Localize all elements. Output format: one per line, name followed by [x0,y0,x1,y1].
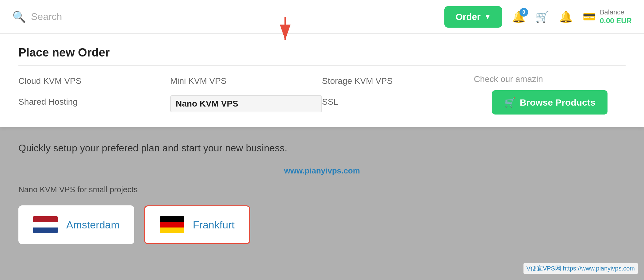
menu-ssl[interactable]: SSL [322,95,474,109]
balance-label: Balance [600,8,632,16]
check-amazing-text: Check our amazin [474,74,543,84]
search-area: 🔍 Search [12,10,444,23]
location-card-amsterdam[interactable]: Amsterdam [18,205,134,244]
main-content: Quickly setup your prefered plan and sta… [0,127,644,280]
notification-badge: 0 [519,8,528,17]
search-icon: 🔍 [12,10,26,23]
tagline: Quickly setup your prefered plan and sta… [18,142,626,154]
flag-stripe-3 [160,228,184,233]
flag-stripe-2 [160,222,184,228]
search-placeholder: Search [31,11,62,22]
menu-shared-hosting[interactable]: Shared Hosting [18,95,170,109]
menu-cloud-kvm-vps[interactable]: Cloud KVM VPS [18,74,170,88]
city-frankfurt: Frankfurt [193,219,235,231]
dropdown-title: Place new Order [18,46,626,66]
flag-stripe-2 [33,222,58,228]
dropdown-col-1: Cloud KVM VPS Shared Hosting [18,74,170,115]
dropdown-panel: Place new Order Cloud KVM VPS Shared Hos… [0,34,644,127]
balance-amount: 0.00 EUR [600,17,632,25]
dropdown-grid: Cloud KVM VPS Shared Hosting Mini KVM VP… [18,74,626,115]
watermark-text: www.pianyivps.com [18,166,626,176]
menu-mini-kvm-vps[interactable]: Mini KVM VPS [170,74,322,88]
location-cards: Amsterdam Frankfurt [18,205,626,244]
corner-watermark: V便宜VPS网 https://www.pianyivps.com [523,263,638,274]
dropdown-col-4: Check our amazin 🛒 Browse Products [474,74,626,115]
flag-amsterdam [33,216,58,233]
dropdown-col-3: Storage KVM VPS SSL [322,74,474,115]
order-label: Order [455,12,481,22]
dropdown-col-2: Mini KVM VPS Nano KVM VPS [170,74,322,115]
section-label: Nano KVM VPS for small projects [18,185,626,194]
city-amsterdam: Amsterdam [66,219,120,231]
location-card-frankfurt[interactable]: Frankfurt [144,205,250,244]
browse-products-label: Browse Products [520,97,596,108]
flag-frankfurt [160,216,184,233]
menu-storage-kvm-vps[interactable]: Storage KVM VPS [322,74,474,88]
chevron-down-icon: ▼ [484,13,491,21]
browse-products-button[interactable]: 🛒 Browse Products [492,90,608,115]
flag-stripe-1 [33,216,58,222]
header: 🔍 Search Order ▼ 🔔 0 🛒 🔔 💳 Balance 0.00 … [0,0,644,34]
cart-icon[interactable]: 🛒 [535,10,549,23]
menu-nano-kvm-vps[interactable]: Nano KVM VPS [170,95,322,112]
balance-info: Balance 0.00 EUR [600,8,632,25]
flag-stripe-3 [33,228,58,233]
flag-stripe-1 [160,216,184,222]
bell-icon[interactable]: 🔔 [559,10,573,23]
wallet-icon: 💳 [583,10,596,23]
notification-icon[interactable]: 🔔 0 [512,10,526,23]
order-button[interactable]: Order ▼ [444,6,502,28]
balance-area: 💳 Balance 0.00 EUR [583,8,632,25]
header-right: Order ▼ 🔔 0 🛒 🔔 💳 Balance 0.00 EUR [444,6,632,28]
cart-icon-btn: 🛒 [504,97,516,108]
